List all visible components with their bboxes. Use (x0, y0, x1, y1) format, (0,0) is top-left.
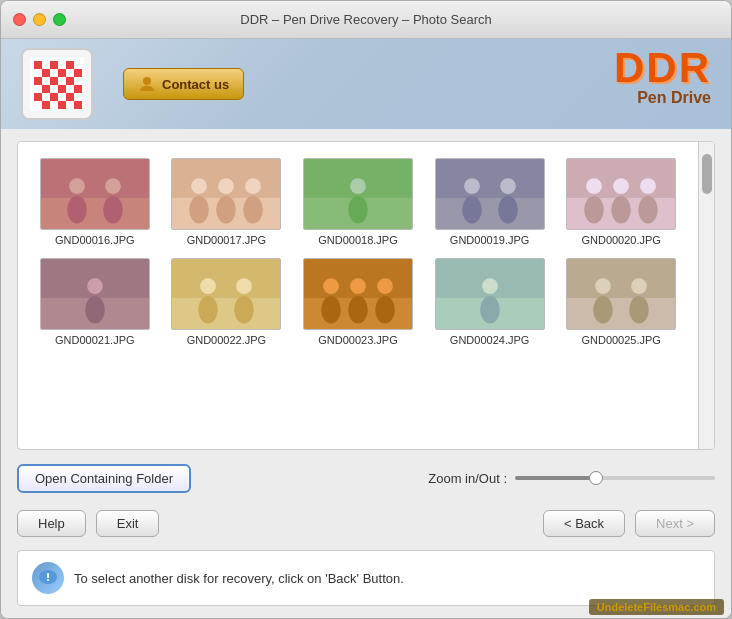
svg-rect-13 (34, 77, 42, 85)
svg-point-48 (219, 178, 235, 194)
maximize-button[interactable] (53, 13, 66, 26)
help-button[interactable]: Help (17, 510, 86, 537)
svg-point-43 (103, 196, 123, 223)
photo-filename: GND00018.JPG (318, 234, 397, 246)
svg-point-61 (498, 196, 518, 223)
svg-rect-27 (50, 93, 58, 101)
photo-item[interactable]: GND00018.JPG (297, 158, 419, 246)
app-window: DDR – Pen Drive Recovery – Photo Search (0, 0, 732, 619)
svg-rect-10 (58, 69, 66, 77)
zoom-area: Zoom in/Out : (203, 471, 715, 486)
svg-rect-31 (34, 101, 42, 109)
photo-grid: GND00016.JPGGND00017.JPGGND00018.JPGGND0… (34, 158, 682, 346)
photo-item[interactable]: GND00019.JPG (429, 158, 551, 246)
svg-point-66 (613, 178, 629, 194)
photo-item[interactable]: GND00017.JPG (166, 158, 288, 246)
svg-point-101 (47, 579, 49, 581)
minimize-button[interactable] (33, 13, 46, 26)
photo-filename: GND00020.JPG (581, 234, 660, 246)
svg-point-64 (586, 178, 602, 194)
photo-item[interactable]: GND00020.JPG (560, 158, 682, 246)
photo-thumbnail[interactable] (435, 258, 545, 330)
svg-rect-20 (42, 85, 50, 93)
svg-point-60 (500, 178, 516, 194)
svg-rect-11 (66, 69, 74, 77)
svg-point-67 (611, 196, 631, 223)
photo-thumbnail[interactable] (40, 258, 150, 330)
zoom-slider[interactable] (515, 476, 715, 480)
svg-rect-4 (58, 61, 66, 69)
photo-filename: GND00024.JPG (450, 334, 529, 346)
svg-point-91 (480, 296, 500, 323)
info-message: To select another disk for recovery, cli… (74, 571, 404, 586)
svg-point-49 (217, 196, 237, 223)
main-content: GND00016.JPGGND00017.JPGGND00018.JPGGND0… (1, 129, 731, 618)
photo-thumbnail[interactable] (303, 258, 413, 330)
photo-item[interactable]: GND00024.JPG (429, 258, 551, 346)
photo-grid-container[interactable]: GND00016.JPGGND00017.JPGGND00018.JPGGND0… (18, 142, 698, 449)
brand-ddr: DDR (614, 47, 711, 89)
svg-rect-34 (58, 101, 66, 109)
svg-point-85 (348, 296, 368, 323)
svg-rect-100 (47, 573, 49, 578)
photo-thumbnail[interactable] (566, 158, 676, 230)
svg-rect-6 (74, 61, 82, 69)
svg-rect-35 (66, 101, 74, 109)
svg-point-76 (201, 278, 217, 294)
exit-button[interactable]: Exit (96, 510, 160, 537)
svg-point-59 (462, 196, 482, 223)
photo-item[interactable]: GND00016.JPG (34, 158, 156, 246)
svg-rect-33 (50, 101, 58, 109)
photo-item[interactable]: GND00022.JPG (166, 258, 288, 346)
bottom-controls: Open Containing Folder Zoom in/Out : (17, 460, 715, 496)
scroll-thumb[interactable] (702, 154, 712, 194)
svg-point-68 (640, 178, 656, 194)
traffic-lights (13, 13, 66, 26)
next-button[interactable]: Next > (635, 510, 715, 537)
svg-rect-36 (74, 101, 82, 109)
photo-thumbnail[interactable] (303, 158, 413, 230)
logo-box (21, 48, 93, 120)
svg-rect-24 (74, 85, 82, 93)
photo-thumbnail[interactable] (566, 258, 676, 330)
svg-rect-17 (66, 77, 74, 85)
svg-point-54 (350, 178, 366, 194)
svg-rect-15 (50, 77, 58, 85)
svg-rect-19 (34, 85, 42, 93)
svg-point-87 (375, 296, 395, 323)
svg-point-55 (348, 196, 368, 223)
svg-point-50 (246, 178, 262, 194)
contact-button[interactable]: Contact us (123, 68, 244, 100)
svg-rect-28 (58, 93, 66, 101)
svg-point-40 (69, 178, 85, 194)
photo-filename: GND00025.JPG (581, 334, 660, 346)
svg-point-72 (87, 278, 103, 294)
close-button[interactable] (13, 13, 26, 26)
svg-rect-14 (42, 77, 50, 85)
photo-thumbnail[interactable] (171, 258, 281, 330)
scrollbar[interactable] (698, 142, 714, 449)
svg-rect-30 (74, 93, 82, 101)
svg-point-47 (190, 196, 210, 223)
svg-point-77 (199, 296, 219, 323)
info-icon (32, 562, 64, 594)
svg-point-58 (464, 178, 480, 194)
photo-item[interactable]: GND00021.JPG (34, 258, 156, 346)
photo-thumbnail[interactable] (435, 158, 545, 230)
photo-thumbnail[interactable] (171, 158, 281, 230)
window-title: DDR – Pen Drive Recovery – Photo Search (240, 12, 491, 27)
photo-item[interactable]: GND00025.JPG (560, 258, 682, 346)
svg-rect-29 (66, 93, 74, 101)
photo-thumbnail[interactable] (40, 158, 150, 230)
svg-rect-25 (34, 93, 42, 101)
back-button[interactable]: < Back (543, 510, 625, 537)
open-folder-button[interactable]: Open Containing Folder (17, 464, 191, 493)
svg-point-51 (244, 196, 264, 223)
speech-bubble-icon (38, 568, 58, 588)
svg-rect-93 (567, 259, 675, 298)
photo-item[interactable]: GND00023.JPG (297, 258, 419, 346)
photo-filename: GND00022.JPG (187, 334, 266, 346)
app-logo-icon (30, 57, 84, 111)
photo-filename: GND00016.JPG (55, 234, 134, 246)
svg-rect-22 (58, 85, 66, 93)
